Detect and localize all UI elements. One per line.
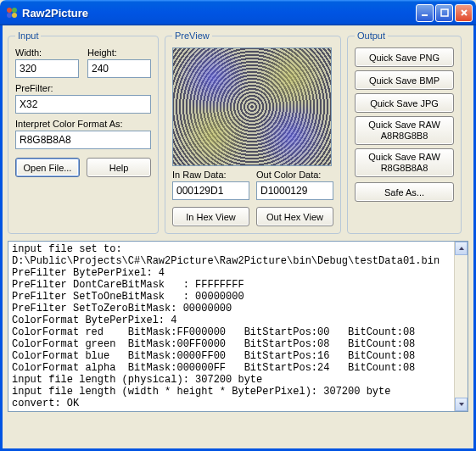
height-input[interactable]: [87, 59, 151, 78]
preview-group: PreView In Raw Data: Out Color Data: In …: [165, 31, 341, 234]
svg-point-2: [7, 13, 12, 18]
svg-rect-5: [441, 9, 448, 16]
out-color-label: Out Color Data:: [256, 170, 333, 180]
interpret-label: Interpret Color Format As:: [15, 119, 151, 129]
minimize-button[interactable]: [416, 4, 434, 22]
open-file-button[interactable]: Open File...: [15, 158, 80, 177]
client-area: Input Width: Height: PreFilter: Interpre…: [0, 25, 476, 451]
scroll-down-button[interactable]: [455, 398, 468, 411]
input-legend: Input: [15, 31, 41, 41]
interpret-input[interactable]: [15, 131, 151, 149]
preview-legend: PreView: [172, 31, 212, 41]
preview-image: [172, 47, 332, 166]
log-textarea[interactable]: input file set to: D:\Public\Projects\C#…: [8, 242, 454, 411]
output-legend: Output: [355, 31, 388, 41]
log-panel: input file set to: D:\Public\Projects\C#…: [8, 241, 468, 412]
height-label: Height:: [87, 47, 151, 58]
in-raw-input[interactable]: [172, 181, 249, 200]
input-group: Input Width: Height: PreFilter: Interpre…: [8, 31, 159, 234]
width-input[interactable]: [15, 59, 79, 78]
window-title: Raw2Picture: [22, 7, 414, 19]
quick-save-raw-argb-button[interactable]: Quick Save RAW A8R8G8B8: [355, 116, 454, 145]
quick-save-bmp-button[interactable]: Quick Save BMP: [355, 70, 454, 90]
svg-point-3: [12, 13, 17, 18]
titlebar: Raw2Picture: [0, 0, 476, 25]
in-raw-label: In Raw Data:: [172, 170, 249, 180]
quick-save-jpg-button[interactable]: Quick Save JPG: [355, 93, 454, 113]
quick-raw2-line1: Quick Save RAW: [368, 152, 440, 163]
svg-rect-4: [422, 14, 428, 16]
quick-save-raw-rgba-button[interactable]: Quick Save RAW R8G8B8A8: [355, 148, 454, 177]
log-scrollbar[interactable]: [454, 242, 468, 411]
width-label: Width:: [15, 47, 79, 58]
scroll-track[interactable]: [455, 255, 468, 398]
out-color-input[interactable]: [256, 181, 333, 200]
quick-save-png-button[interactable]: Quick Save PNG: [355, 47, 454, 67]
scroll-up-button[interactable]: [455, 242, 468, 255]
svg-point-0: [7, 8, 12, 13]
in-hex-view-button[interactable]: In Hex View: [172, 207, 249, 226]
svg-point-1: [12, 8, 17, 13]
output-group: Output Quick Save PNG Quick Save BMP Qui…: [347, 31, 462, 234]
app-icon: [5, 6, 19, 19]
out-hex-view-button[interactable]: Out Hex View: [256, 207, 333, 226]
maximize-button[interactable]: [435, 4, 453, 22]
close-button[interactable]: [455, 4, 473, 22]
safe-as-button[interactable]: Safe As...: [355, 182, 454, 202]
prefilter-input[interactable]: [15, 95, 151, 114]
prefilter-label: PreFilter:: [15, 83, 151, 93]
help-button[interactable]: Help: [87, 158, 151, 177]
quick-raw1-line1: Quick Save RAW: [368, 120, 440, 131]
quick-raw2-line2: R8G8B8A8: [368, 163, 440, 174]
quick-raw1-line2: A8R8G8B8: [368, 131, 440, 142]
